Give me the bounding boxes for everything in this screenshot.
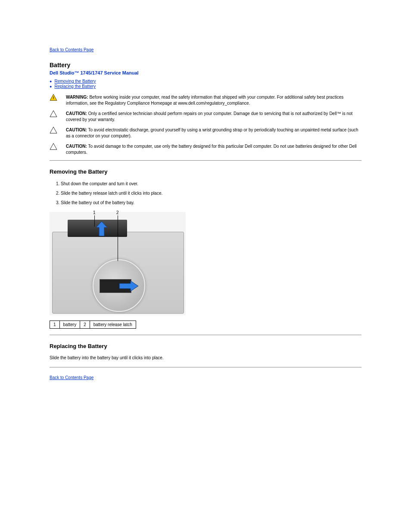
caution-block: CAUTION: To avoid electrostatic discharg… [50,127,361,139]
caution-label: CAUTION: [66,128,87,132]
legend-num: 1 [50,321,60,329]
svg-marker-5 [96,221,107,236]
caution-label: CAUTION: [66,144,87,149]
caution-body: Only a certified service technician shou… [66,111,352,122]
list-item: Removing the Battery [50,79,361,84]
section-title: Battery [50,62,361,68]
warning-block: ! WARNING: Before working inside your co… [50,94,361,106]
divider [50,367,361,367]
caution-block: CAUTION: To avoid damage to the computer… [50,143,361,155]
caution-icon [50,127,63,134]
legend-text: battery [59,321,80,329]
back-to-contents-link[interactable]: Back to Contents Page [50,47,93,52]
svg-marker-6 [119,281,138,291]
svg-marker-2 [50,111,57,117]
manual-title: Dell Studio™ 1745/1747 Service Manual [50,70,361,75]
table-row: 1 battery 2 battery release latch [50,321,136,329]
caution-text: CAUTION: To avoid damage to the computer… [63,143,361,155]
svg-marker-4 [50,143,57,150]
toc-link-remove[interactable]: Removing the Battery [54,79,96,84]
arrow-right-icon [119,281,138,291]
legend-num: 2 [80,321,90,329]
figure-legend-table: 1 battery 2 battery release latch [50,320,136,329]
list-item: Slide the battery out of the battery bay… [61,200,361,206]
zoom-circle [93,259,145,312]
caution-label: CAUTION: [66,111,87,116]
caution-text: CAUTION: To avoid electrostatic discharg… [63,127,361,139]
battery-figure: 1 2 [50,212,186,315]
arrow-up-icon [96,221,107,236]
replace-step: Slide the battery into the battery bay u… [50,355,361,360]
callout-number: 1 [93,210,96,215]
caution-body: To avoid electrostatic discharge, ground… [66,128,358,138]
divider [50,160,361,161]
removing-heading: Removing the Battery [50,168,361,175]
warning-label: WARNING: [66,95,88,100]
callout-line [118,215,118,261]
caution-icon [50,110,63,117]
warning-text: WARNING: Before working inside your comp… [63,94,361,106]
list-item: Shut down the computer and turn it over. [61,181,361,187]
caution-block: CAUTION: Only a certified service techni… [50,110,361,122]
caution-icon [50,143,63,150]
list-item: Replacing the Battery [50,84,361,89]
callout-number: 2 [116,210,119,215]
divider [50,335,361,335]
svg-text:!: ! [53,96,54,100]
replacing-heading: Replacing the Battery [50,343,361,349]
legend-text: battery release latch [90,321,136,329]
warning-icon: ! [50,94,63,101]
remove-steps: Shut down the computer and turn it over.… [50,181,361,206]
callout-line [94,215,95,227]
toc-link-replace[interactable]: Replacing the Battery [54,84,96,89]
back-to-contents-link[interactable]: Back to Contents Page [50,375,93,380]
caution-text: CAUTION: Only a certified service techni… [63,110,361,122]
svg-marker-3 [50,127,57,134]
caution-body: To avoid damage to the computer, use onl… [66,144,357,155]
section-toc: Removing the Battery Replacing the Batte… [50,79,361,89]
warning-body: Before working inside your computer, rea… [66,95,343,106]
list-item: Slide the battery release latch until it… [61,190,361,196]
